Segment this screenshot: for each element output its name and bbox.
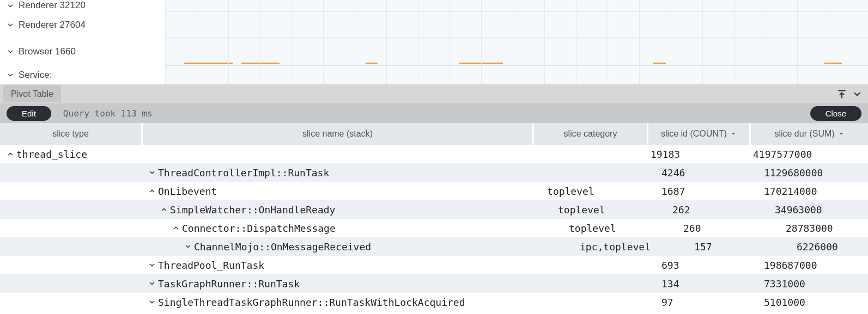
cell-slice-category: toplevel [534, 182, 648, 200]
chevron-down-icon[interactable] [849, 87, 865, 102]
track-row[interactable]: Renderer 32120 [0, 0, 165, 12]
query-status-text: Query took 113 ms [63, 108, 153, 119]
cell-slice-dur: 6226000 [751, 237, 868, 256]
chevron-up-icon[interactable] [4, 148, 16, 160]
cell-slice-name: ThreadPool_RunTask [143, 256, 534, 274]
cell-slice-type: thread_slice [0, 145, 143, 163]
cell-slice-dur: 5101000 [751, 293, 868, 311]
table-row[interactable]: OnLibeventtoplevel1687170214000 [0, 182, 868, 200]
move-to-top-icon[interactable] [834, 87, 849, 102]
cell-slice-category [534, 163, 648, 182]
cell-slice-dur: 170214000 [751, 182, 868, 200]
cell-slice-dur: 198687000 [751, 256, 868, 274]
chevron-down-icon[interactable] [4, 46, 16, 58]
cell-slice-category [534, 256, 648, 274]
query-bar: Edit Query took 113 ms Close [0, 103, 868, 123]
chevron-up-icon[interactable] [170, 222, 182, 234]
close-button[interactable]: Close [810, 106, 861, 121]
track-canvas[interactable] [165, 12, 868, 37]
pivot-table: slice type slice name (stack) slice cate… [0, 123, 868, 311]
cell-slice-dur: 7331000 [751, 274, 868, 293]
track-row[interactable]: Renderer 27604 [0, 12, 165, 38]
track-canvas[interactable] [165, 66, 868, 84]
table-row[interactable]: TaskGraphRunner::RunTask1347331000 [0, 274, 868, 293]
cell-slice-name: ThreadControllerImpl::RunTask [143, 163, 534, 182]
cell-slice-dur: 4197577000 [751, 145, 868, 163]
cell-slice-type [0, 293, 143, 311]
cell-slice-category [534, 274, 648, 293]
track-label: Browser 1660 [16, 46, 76, 57]
chevron-down-icon[interactable] [4, 19, 16, 31]
table-row[interactable]: thread_slice191834197577000 [0, 145, 868, 163]
cell-slice-category [534, 145, 648, 163]
chevron-down-icon[interactable] [4, 0, 16, 12]
chevron-down-icon[interactable] [182, 241, 194, 253]
chevron-up-icon[interactable] [146, 185, 158, 197]
sort-desc-icon[interactable] [838, 131, 845, 137]
panel-tabbar: Pivot Table [0, 84, 868, 103]
cell-text: OnLibevent [158, 186, 217, 197]
cell-slice-count: 262 [648, 200, 751, 219]
sort-desc-icon[interactable] [730, 131, 737, 137]
cell-slice-name: ChannelMojo::OnMessageReceived [143, 237, 534, 256]
chevron-down-icon[interactable] [146, 259, 158, 271]
chevron-up-icon[interactable] [158, 204, 170, 216]
cell-slice-type [0, 274, 143, 293]
cell-slice-type [0, 219, 143, 237]
cell-slice-count: 693 [648, 256, 751, 274]
cell-slice-count: 134 [648, 274, 751, 293]
table-row[interactable]: SimpleWatcher::OnHandleReadytoplevel2623… [0, 200, 868, 219]
col-slice-count[interactable]: slice id (COUNT) [648, 123, 751, 145]
col-slice-type[interactable]: slice type [0, 123, 143, 145]
cell-slice-count: 4246 [648, 163, 751, 182]
cell-slice-name: Connector::DispatchMessage [143, 219, 534, 237]
track-row[interactable]: Service: [0, 66, 165, 84]
tracks-area: Renderer 32120 Renderer 27604 Browser 16… [0, 0, 868, 84]
tab-label: Pivot Table [11, 89, 53, 98]
cell-slice-name [143, 145, 534, 163]
cell-slice-type [0, 256, 143, 274]
track-canvas[interactable] [165, 38, 868, 65]
track-row[interactable]: Browser 1660 [0, 38, 165, 66]
chevron-down-icon[interactable] [146, 167, 158, 178]
cell-slice-count: 1687 [648, 182, 751, 200]
chevron-down-icon[interactable] [146, 296, 158, 308]
chevron-down-icon[interactable] [146, 278, 158, 290]
col-slice-dur[interactable]: slice dur (SUM) [751, 123, 868, 145]
edit-button[interactable]: Edit [7, 106, 51, 121]
table-row[interactable]: ThreadControllerImpl::RunTask42461129680… [0, 163, 868, 182]
cell-slice-name: SingleThreadTaskGraphRunner::RunTaskWith… [143, 293, 534, 311]
cell-slice-dur: 34963000 [751, 200, 868, 219]
cell-slice-count: 97 [648, 293, 751, 311]
tab-pivot-table[interactable]: Pivot Table [3, 85, 61, 102]
track-label: Renderer 32120 [16, 0, 86, 11]
cell-slice-category: ipc,toplevel [534, 237, 648, 256]
track-label: Renderer 27604 [16, 20, 86, 30]
track-label: Service: [16, 70, 52, 81]
cell-slice-name: OnLibevent [143, 182, 534, 200]
cell-text: Connector::DispatchMessage [182, 223, 336, 234]
cell-slice-category [534, 293, 648, 311]
chevron-down-icon[interactable] [4, 69, 16, 81]
cell-text: TaskGraphRunner::RunTask [158, 278, 300, 290]
cell-slice-type [0, 200, 143, 219]
cell-slice-type [0, 237, 143, 256]
cell-slice-category: toplevel [534, 200, 648, 219]
cell-slice-name: TaskGraphRunner::RunTask [143, 274, 534, 293]
cell-slice-type [0, 182, 143, 200]
col-slice-name[interactable]: slice name (stack) [143, 123, 534, 145]
cell-slice-category: toplevel [534, 219, 648, 237]
cell-text: ThreadControllerImpl::RunTask [158, 167, 329, 178]
cell-text: SimpleWatcher::OnHandleReady [170, 204, 335, 216]
table-row[interactable]: ChannelMojo::OnMessageReceivedipc,toplev… [0, 237, 868, 256]
table-row[interactable]: ThreadPool_RunTask693198687000 [0, 256, 868, 274]
table-row[interactable]: SingleThreadTaskGraphRunner::RunTaskWith… [0, 293, 868, 311]
cell-slice-count: 260 [648, 219, 751, 237]
cell-slice-name: SimpleWatcher::OnHandleReady [143, 200, 534, 219]
col-slice-category[interactable]: slice category [534, 123, 648, 145]
table-row[interactable]: Connector::DispatchMessagetoplevel260287… [0, 219, 868, 237]
cell-text: thread_slice [16, 149, 87, 160]
table-header: slice type slice name (stack) slice cate… [0, 123, 868, 145]
cell-slice-dur: 1129680000 [751, 163, 868, 182]
track-canvas[interactable] [165, 0, 868, 11]
